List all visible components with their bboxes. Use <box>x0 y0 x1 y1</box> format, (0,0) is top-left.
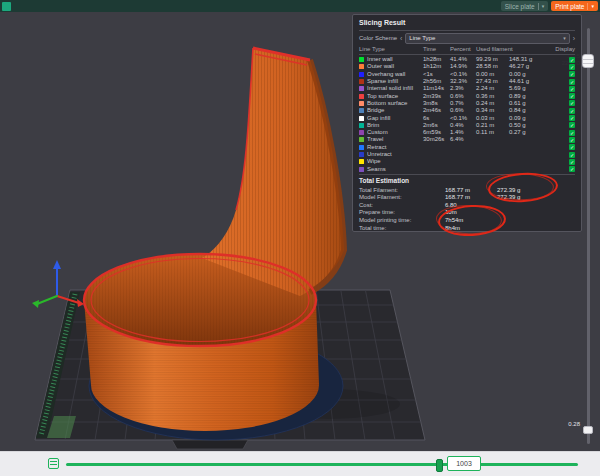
total-row: Model printing time: 7h54m <box>359 216 575 224</box>
line-type-color-chip <box>359 159 364 164</box>
total-value-1: 8h4m <box>445 225 497 231</box>
scheme-next-icon[interactable]: › <box>573 35 575 42</box>
line-type-color-chip <box>359 116 364 121</box>
line-type-label: Travel <box>367 136 423 143</box>
line-type-row: Outer wall 1h12m 14.9% 28.58 m 46.27 g ✓ <box>359 63 575 70</box>
line-type-color-chip <box>359 108 364 113</box>
line-type-weight: 0.27 g <box>509 129 547 136</box>
color-scheme-value: Line Type <box>409 35 435 41</box>
display-checkbox[interactable]: ✓ <box>569 166 575 172</box>
printed-model[interactable] <box>84 48 344 440</box>
total-value-1: 10m <box>445 209 497 215</box>
line-type-label: Overhang wall <box>367 71 423 78</box>
line-type-time: 2m6s <box>423 122 450 129</box>
display-cell: ✓ <box>547 79 575 85</box>
line-type-label: Bottom surface <box>367 100 423 107</box>
slice-plate-button[interactable]: Slice plate ▾ <box>501 1 549 11</box>
display-checkbox[interactable]: ✓ <box>569 152 575 158</box>
layer-slider-track[interactable] <box>587 28 590 444</box>
line-type-color-chip <box>359 130 364 135</box>
line-type-time: 1h28m <box>423 56 450 63</box>
line-type-label: Custom <box>367 129 423 136</box>
line-type-weight: 44.61 g <box>509 78 547 85</box>
divider <box>359 174 575 175</box>
display-checkbox[interactable]: ✓ <box>569 115 575 121</box>
line-type-row: Bridge 2m46s 0.6% 0.34 m 0.84 g ✓ <box>359 107 575 114</box>
line-type-length: 2.24 m <box>476 85 509 92</box>
total-label: Prepare time: <box>359 209 445 215</box>
line-type-label: Gap infill <box>367 115 423 122</box>
line-type-label: Unretract <box>367 151 423 158</box>
print-plate-button[interactable]: Print plate ▾ <box>551 1 598 11</box>
slice-plate-label: Slice plate <box>505 3 535 10</box>
display-cell: ✓ <box>547 144 575 150</box>
slice-button-divider <box>538 3 539 10</box>
display-cell: ✓ <box>547 64 575 70</box>
divider <box>359 54 575 55</box>
move-slider-handle[interactable] <box>436 459 443 472</box>
line-type-time: 2m46s <box>423 107 450 114</box>
display-cell: ✓ <box>547 57 575 63</box>
display-checkbox[interactable]: ✓ <box>569 79 575 85</box>
layer-slider-handle-top[interactable] <box>582 54 594 68</box>
display-checkbox[interactable]: ✓ <box>569 130 575 136</box>
display-checkbox[interactable]: ✓ <box>569 93 575 99</box>
total-row: Prepare time: 10m <box>359 209 575 217</box>
display-checkbox[interactable]: ✓ <box>569 159 575 165</box>
line-type-label: Outer wall <box>367 63 423 70</box>
move-slider-value[interactable]: 1003 <box>447 456 481 471</box>
print-plate-label: Print plate <box>555 3 584 10</box>
line-type-weight: 0.84 g <box>509 107 547 114</box>
total-estimation-table: Total Filament: 168.77 m 272.39 g Model … <box>359 186 575 232</box>
total-label: Model printing time: <box>359 217 445 223</box>
color-scheme-dropdown[interactable]: Line Type ▾ <box>405 33 569 44</box>
scheme-prev-icon[interactable]: ‹ <box>400 35 402 42</box>
line-type-weight: 5.69 g <box>509 85 547 92</box>
display-checkbox[interactable]: ✓ <box>569 122 575 128</box>
table-header: Line Type Time Percent Used filament Dis… <box>359 44 575 53</box>
line-type-row: Retract ✓ <box>359 144 575 151</box>
display-checkbox[interactable]: ✓ <box>569 71 575 77</box>
display-cell: ✓ <box>547 86 575 92</box>
slice-dropdown-caret-icon[interactable]: ▾ <box>542 4 545 9</box>
display-checkbox[interactable]: ✓ <box>569 100 575 106</box>
line-type-row: Seams ✓ <box>359 165 575 172</box>
display-cell: ✓ <box>547 93 575 99</box>
line-type-row: Overhang wall <1s <0.1% 0.00 m 0.00 g ✓ <box>359 71 575 78</box>
line-type-percent: 41.4% <box>450 56 476 63</box>
line-type-percent: 6.4% <box>450 136 476 143</box>
move-slider-track[interactable] <box>66 463 578 466</box>
panel-title: Slicing Result <box>359 19 575 28</box>
chevron-down-icon: ▾ <box>563 35 566 41</box>
line-type-percent: 0.6% <box>450 107 476 114</box>
3d-viewport[interactable]: Slicing Result Color Scheme ‹ Line Type … <box>0 12 600 452</box>
line-type-percent: 0.4% <box>450 122 476 129</box>
line-type-row: Internal solid infill 11m14s 2.3% 2.24 m… <box>359 85 575 92</box>
display-checkbox[interactable]: ✓ <box>569 108 575 114</box>
line-type-label: Internal solid infill <box>367 85 423 92</box>
display-checkbox[interactable]: ✓ <box>569 144 575 150</box>
line-type-color-chip <box>359 72 364 77</box>
print-dropdown-caret-icon[interactable]: ▾ <box>591 4 594 9</box>
line-type-label: Brim <box>367 122 423 129</box>
line-type-weight: 0.50 g <box>509 122 547 129</box>
total-value-2: 272.39 g <box>497 187 575 193</box>
layers-view-icon[interactable] <box>48 458 59 469</box>
display-checkbox[interactable]: ✓ <box>569 86 575 92</box>
col-line-type: Line Type <box>359 46 423 52</box>
line-type-color-chip <box>359 145 364 150</box>
display-checkbox[interactable]: ✓ <box>569 57 575 63</box>
line-type-percent: 0.6% <box>450 93 476 100</box>
col-percent: Percent <box>450 46 476 52</box>
line-type-color-chip <box>359 94 364 99</box>
line-type-color-chip <box>359 101 364 106</box>
app-logo-icon[interactable] <box>2 2 11 11</box>
line-type-weight: 0.00 g <box>509 71 547 78</box>
line-type-percent: 1.4% <box>450 129 476 136</box>
total-label: Total time: <box>359 225 445 231</box>
display-checkbox[interactable]: ✓ <box>569 64 575 70</box>
line-type-row: Gap infill 6s <0.1% 0.03 m 0.09 g ✓ <box>359 114 575 121</box>
display-checkbox[interactable]: ✓ <box>569 137 575 143</box>
layer-slider-handle-bottom[interactable] <box>583 426 593 434</box>
line-type-time: 1h12m <box>423 63 450 70</box>
